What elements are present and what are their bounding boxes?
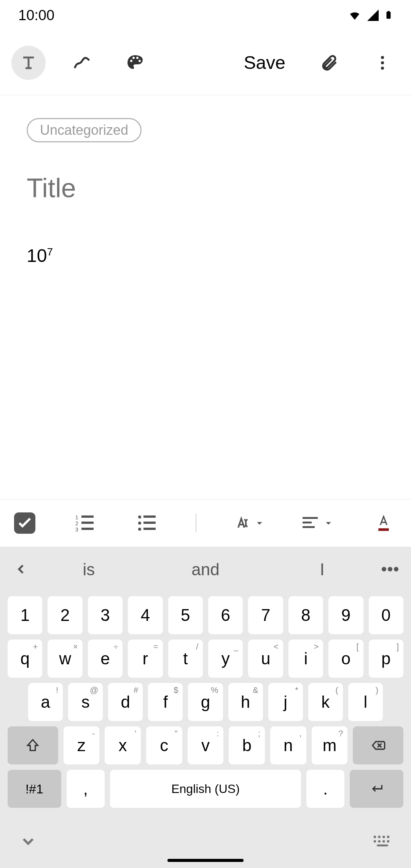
enter-icon	[369, 781, 384, 796]
key-0[interactable]: 0	[369, 596, 403, 634]
numbered-list-icon: 123	[75, 514, 94, 532]
key-d[interactable]: #d	[108, 683, 143, 721]
suggestion-word-2[interactable]: and	[147, 560, 264, 579]
key-5[interactable]: 5	[168, 596, 203, 634]
align-left-icon	[301, 514, 319, 532]
suggestion-word-3[interactable]: I	[264, 560, 381, 579]
key-o[interactable]: [o	[328, 640, 363, 678]
key-1[interactable]: 1	[8, 596, 42, 634]
keyboard-switch-button[interactable]	[373, 834, 392, 849]
more-button[interactable]	[365, 46, 400, 80]
editor-area[interactable]: Uncategorized 107	[0, 95, 411, 499]
text-mode-button[interactable]	[11, 46, 46, 80]
suggestion-word-1[interactable]: is	[30, 560, 147, 579]
note-body[interactable]: 107	[27, 245, 384, 266]
key-period[interactable]: .	[306, 770, 344, 808]
text-color-button[interactable]	[370, 510, 397, 536]
key-3[interactable]: 3	[88, 596, 123, 634]
key-7[interactable]: 7	[248, 596, 283, 634]
suggestion-back-button[interactable]	[11, 560, 30, 579]
key-space[interactable]: English (US)	[110, 770, 301, 808]
chevron-down-icon	[19, 832, 37, 850]
key-6[interactable]: 6	[208, 596, 243, 634]
key-c[interactable]: "c	[146, 726, 182, 764]
keyboard-collapse-button[interactable]	[19, 832, 37, 852]
key-enter[interactable]	[350, 770, 403, 808]
checkbox-icon	[16, 514, 34, 532]
svg-point-26	[382, 836, 385, 838]
key-a[interactable]: !a	[28, 683, 63, 721]
checklist-button[interactable]	[14, 512, 35, 534]
svg-point-23	[394, 567, 398, 571]
svg-point-3	[381, 61, 384, 64]
svg-point-30	[382, 840, 385, 842]
svg-point-11	[138, 515, 141, 519]
key-9[interactable]: 9	[328, 596, 363, 634]
svg-rect-12	[143, 515, 156, 518]
suggestion-more-button[interactable]	[381, 566, 400, 573]
title-input[interactable]	[27, 173, 384, 203]
align-dropdown[interactable]	[301, 514, 335, 532]
svg-rect-0	[387, 12, 391, 19]
attach-button[interactable]	[312, 46, 346, 80]
key-x[interactable]: 'x	[105, 726, 141, 764]
key-4[interactable]: 4	[128, 596, 162, 634]
key-v[interactable]: :v	[188, 726, 224, 764]
key-e[interactable]: ÷e	[88, 640, 123, 678]
more-vertical-icon	[373, 54, 392, 72]
key-8[interactable]: 8	[288, 596, 323, 634]
save-button[interactable]: Save	[236, 52, 293, 73]
key-r[interactable]: =r	[128, 640, 162, 678]
format-bar: 123	[0, 499, 411, 547]
more-horizontal-icon	[381, 566, 400, 572]
svg-point-24	[374, 836, 376, 838]
signal-icon	[366, 8, 380, 22]
key-2[interactable]: 2	[48, 596, 82, 634]
key-j[interactable]: *j	[268, 683, 303, 721]
key-row-home: !a @s #d $f %g &h *j (k )l	[8, 683, 403, 721]
svg-point-15	[138, 528, 141, 531]
key-n[interactable]: ,n	[270, 726, 306, 764]
draw-mode-button[interactable]	[65, 46, 99, 80]
format-divider	[196, 514, 196, 532]
key-q[interactable]: +q	[8, 640, 42, 678]
key-i[interactable]: >i	[288, 640, 323, 678]
wifi-icon	[348, 8, 362, 22]
key-z[interactable]: -z	[64, 726, 100, 764]
chevron-down-icon	[253, 517, 266, 529]
svg-rect-6	[81, 515, 94, 518]
text-icon	[19, 54, 38, 72]
numbered-list-button[interactable]: 123	[71, 510, 98, 536]
svg-point-25	[378, 836, 381, 838]
font-size-dropdown[interactable]	[232, 514, 266, 532]
key-w[interactable]: ×w	[48, 640, 82, 678]
status-icons	[348, 8, 393, 22]
key-backspace[interactable]	[353, 726, 403, 764]
key-p[interactable]: ]p	[369, 640, 403, 678]
paint-mode-button[interactable]	[118, 46, 152, 80]
key-k[interactable]: (k	[308, 683, 343, 721]
key-t[interactable]: /t	[168, 640, 203, 678]
bullet-list-button[interactable]	[133, 510, 160, 536]
key-u[interactable]: <u	[248, 640, 283, 678]
nav-indicator[interactable]	[167, 859, 244, 862]
svg-rect-20	[378, 528, 389, 531]
svg-rect-10	[81, 528, 94, 530]
key-m[interactable]: ?m	[312, 726, 348, 764]
key-comma[interactable]: ,	[67, 770, 105, 808]
key-y[interactable]: _y	[208, 640, 243, 678]
key-h[interactable]: &h	[228, 683, 263, 721]
svg-rect-14	[143, 522, 156, 524]
key-f[interactable]: $f	[148, 683, 183, 721]
editor-toolbar: Save	[0, 30, 411, 95]
font-size-icon	[232, 514, 250, 532]
key-symbols[interactable]: !#1	[8, 770, 61, 808]
svg-point-4	[381, 67, 384, 70]
key-b[interactable]: ;b	[229, 726, 265, 764]
key-s[interactable]: @s	[68, 683, 103, 721]
key-shift[interactable]	[8, 726, 58, 764]
key-g[interactable]: %g	[188, 683, 223, 721]
key-l[interactable]: )l	[348, 683, 383, 721]
body-base-text: 10	[27, 246, 47, 266]
category-chip[interactable]: Uncategorized	[27, 118, 142, 142]
